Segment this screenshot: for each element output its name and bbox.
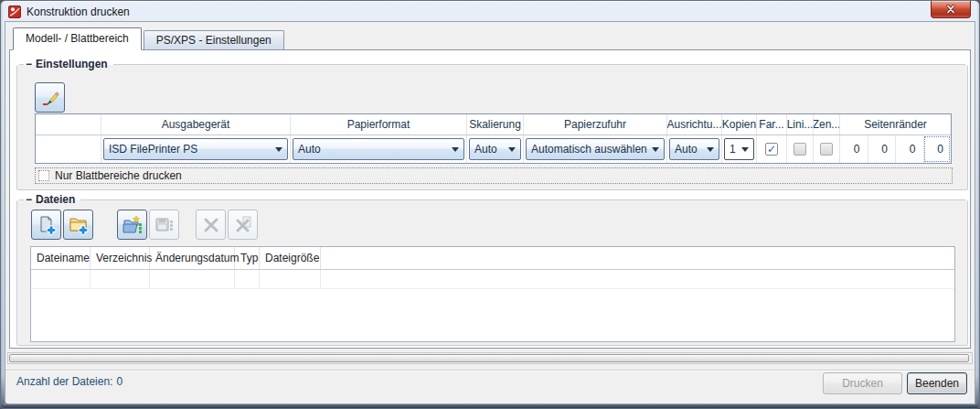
file-count-status: Anzahl der Dateien:0: [16, 375, 122, 388]
quit-button[interactable]: Beenden: [907, 372, 967, 394]
dropdown-arrow-icon: [707, 147, 714, 152]
close-icon: [944, 4, 957, 15]
load-file-list-icon: [122, 215, 143, 235]
window-title: Konstruktion drucken: [27, 5, 130, 18]
settings-header-row: Ausgabegerät Papierformat Skalierung Pap…: [36, 114, 951, 135]
file-count-value: 0: [116, 375, 122, 388]
settings-header-orientation: Ausrichtu...: [667, 114, 722, 135]
horizontal-scrollbar[interactable]: [7, 352, 973, 364]
edit-settings-button[interactable]: [35, 82, 65, 113]
remove-all-files-button[interactable]: [228, 210, 258, 240]
center-checkbox[interactable]: [820, 143, 833, 156]
margin-field-3[interactable]: 0: [895, 135, 923, 163]
color-checkbox[interactable]: ✓: [765, 143, 778, 156]
settings-value-row: ISD FilePrinter PS Auto: [36, 135, 951, 163]
files-header-name[interactable]: Dateiname: [31, 247, 91, 269]
paper-feed-select[interactable]: Automatisch auswählen: [526, 138, 665, 160]
collapse-toggle[interactable]: −: [26, 58, 32, 70]
settings-header-lines: Lini...: [787, 114, 814, 135]
files-empty-row: [31, 270, 954, 289]
only-sheet-areas-row: Nur Blattbereiche drucken: [35, 167, 953, 184]
save-file-list-icon: [154, 215, 175, 235]
files-header-modified[interactable]: Änderungsdatum: [150, 247, 235, 269]
add-file-button[interactable]: [31, 210, 61, 240]
margin-field-2[interactable]: 0: [868, 135, 896, 163]
group-rule: [80, 199, 965, 200]
collapse-toggle[interactable]: −: [26, 193, 32, 206]
file-count-label: Anzahl der Dateien:: [16, 375, 112, 388]
tab-model-sheet-range[interactable]: Modell- / Blattbereich: [13, 27, 142, 50]
dropdown-arrow-icon: [652, 147, 659, 152]
load-file-list-button[interactable]: [117, 210, 147, 240]
dialog-client-area: Modell- / Blattbereich PS/XPS - Einstell…: [5, 21, 975, 404]
dropdown-arrow-icon: [452, 147, 459, 152]
dropdown-arrow-icon: [275, 147, 282, 152]
settings-header-paper-format: Papierformat: [291, 114, 467, 135]
settings-header-copies: Kopien: [722, 114, 757, 135]
dropdown-arrow-icon: [508, 147, 516, 152]
settings-header-device: Ausgabegerät: [101, 114, 291, 135]
remove-file-button[interactable]: [196, 210, 226, 240]
app-icon: [8, 5, 21, 18]
copies-value: 1: [730, 143, 736, 156]
only-sheet-areas-checkbox[interactable]: [38, 170, 49, 181]
files-group: − Dateien: [16, 200, 968, 346]
settings-header-empty: [36, 114, 101, 135]
margin-field-1[interactable]: 0: [840, 135, 868, 163]
add-folder-button[interactable]: [63, 210, 93, 240]
row-selector-cell[interactable]: [36, 135, 101, 163]
files-header-directory[interactable]: Verzeichnis: [91, 247, 150, 269]
close-button[interactable]: [931, 1, 971, 18]
settings-header-center: Zen...: [814, 114, 840, 135]
scrollbar-thumb[interactable]: [9, 354, 969, 362]
scaling-value: Auto: [474, 143, 497, 156]
only-sheet-areas-label: Nur Blattbereiche drucken: [55, 169, 182, 182]
files-header-type[interactable]: Typ: [235, 247, 260, 269]
margin-field-4[interactable]: 0: [923, 135, 952, 163]
files-header-row: Dateiname Verzeichnis Änderungsdatum Typ…: [31, 247, 954, 270]
settings-header-color: Far...: [757, 114, 787, 135]
files-group-label: Dateien: [35, 193, 76, 206]
orientation-value: Auto: [675, 143, 698, 156]
settings-group: − Einstellungen Au: [16, 65, 968, 190]
tab-page-model-sheet: − Einstellungen Au: [9, 49, 971, 349]
group-rule: [19, 199, 24, 200]
page-margins-group: 0 0 0 0: [840, 135, 951, 163]
lines-checkbox[interactable]: [794, 143, 806, 156]
tab-label: Modell- / Blattbereich: [26, 32, 129, 45]
scaling-select[interactable]: Auto: [469, 138, 521, 160]
dialog-window: Konstruktion drucken Modell- / Blattbere…: [0, 0, 980, 409]
settings-table: Ausgabegerät Papierformat Skalierung Pap…: [35, 113, 952, 164]
pen-icon: [41, 89, 59, 107]
output-device-value: ISD FilePrinter PS: [109, 143, 197, 156]
settings-group-label: Einstellungen: [35, 58, 109, 70]
files-header-filler: [321, 247, 954, 269]
titlebar: Konstruktion drucken: [8, 4, 130, 19]
save-file-list-button[interactable]: [149, 210, 179, 240]
settings-group-title: − Einstellungen: [19, 58, 965, 70]
settings-header-paper-feed: Papierzufuhr: [524, 114, 667, 135]
tab-bar: Modell- / Blattbereich PS/XPS - Einstell…: [13, 27, 284, 49]
files-table: Dateiname Verzeichnis Änderungsdatum Typ…: [30, 246, 955, 342]
tab-label: PS/XPS - Einstellungen: [156, 34, 272, 47]
add-file-icon: [37, 215, 57, 235]
remove-file-icon: [201, 215, 221, 235]
output-device-select[interactable]: ISD FilePrinter PS: [103, 138, 288, 160]
tab-ps-xps-settings[interactable]: PS/XPS - Einstellungen: [144, 30, 284, 49]
dropdown-arrow-icon: [741, 147, 749, 152]
copies-select[interactable]: 1: [724, 138, 754, 160]
group-rule: [19, 64, 24, 65]
print-button[interactable]: Drucken: [823, 372, 902, 394]
group-rule: [113, 64, 965, 65]
paper-format-select[interactable]: Auto: [293, 138, 464, 160]
settings-header-scaling: Skalierung: [467, 114, 524, 135]
add-folder-icon: [69, 215, 89, 235]
orientation-select[interactable]: Auto: [669, 138, 719, 160]
remove-all-files-icon: [233, 215, 253, 235]
settings-header-margins: Seitenränder: [840, 114, 951, 135]
files-group-title: − Dateien: [19, 193, 965, 206]
check-icon: ✓: [767, 144, 776, 155]
paper-format-value: Auto: [298, 143, 321, 156]
files-header-size[interactable]: Dateigröße: [260, 247, 321, 269]
resize-grip[interactable]: [2, 398, 11, 407]
